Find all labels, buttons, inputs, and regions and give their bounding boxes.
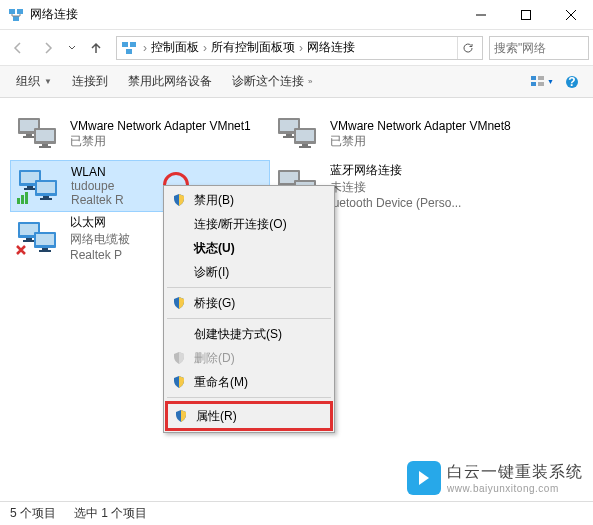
watermark-text: 白云一键重装系统 <box>447 462 583 483</box>
svg-rect-14 <box>23 136 35 138</box>
shield-icon <box>172 296 186 310</box>
network-adapter-icon <box>14 114 62 154</box>
item-device: luetooth Device (Perso... <box>330 196 461 210</box>
svg-rect-3 <box>521 10 530 19</box>
forward-button[interactable] <box>34 34 62 62</box>
breadcrumb-sep: › <box>299 41 303 55</box>
status-count: 5 个项目 <box>10 505 56 522</box>
shield-icon <box>174 409 188 423</box>
shield-icon <box>172 375 186 389</box>
view-dropdown[interactable]: ▼ <box>529 70 555 94</box>
menu-separator <box>167 318 331 319</box>
menu-delete[interactable]: 删除(D) <box>166 346 332 370</box>
menu-properties[interactable]: 属性(R) <box>168 404 330 428</box>
annotation-box: 属性(R) <box>165 401 333 431</box>
wlan-icon <box>15 166 63 206</box>
shield-icon <box>172 193 186 207</box>
context-menu: 禁用(B) 连接/断开连接(O) 状态(U) 诊断(I) 桥接(G) 创建快捷方… <box>163 185 335 433</box>
search-input[interactable] <box>494 41 584 55</box>
svg-rect-49 <box>23 240 35 242</box>
svg-rect-53 <box>39 250 51 252</box>
watermark: 白云一键重装系统 www.baiyunxitong.com <box>407 461 583 495</box>
item-name: VMware Network Adapter VMnet1 <box>70 119 251 133</box>
shield-icon <box>172 351 186 365</box>
location-icon <box>121 40 137 56</box>
navbar: › 控制面板 › 所有控制面板项 › 网络连接 <box>0 30 593 66</box>
toolbar: 组织▼ 连接到 禁用此网络设备 诊断这个连接» ▼ ? <box>0 66 593 98</box>
back-button[interactable] <box>4 34 32 62</box>
list-item[interactable]: VMware Network Adapter VMnet8 已禁用 <box>270 108 530 160</box>
address-bar[interactable]: › 控制面板 › 所有控制面板项 › 网络连接 <box>116 36 483 60</box>
up-button[interactable] <box>82 34 110 62</box>
menu-diagnose[interactable]: 诊断(I) <box>166 260 332 284</box>
item-device: Realtek P <box>70 248 130 262</box>
watermark-url: www.baiyunxitong.com <box>447 483 583 494</box>
item-name: VMware Network Adapter VMnet8 <box>330 119 511 133</box>
search-box[interactable] <box>489 36 589 60</box>
svg-rect-25 <box>302 144 308 146</box>
svg-rect-30 <box>24 188 36 190</box>
menu-connect-disconnect[interactable]: 连接/断开连接(O) <box>166 212 332 236</box>
network-adapter-icon <box>274 114 322 154</box>
svg-rect-1 <box>17 9 23 14</box>
svg-rect-48 <box>26 238 32 240</box>
breadcrumb-seg[interactable]: 所有控制面板项 <box>211 39 295 56</box>
status-selected: 选中 1 个项目 <box>74 505 147 522</box>
window-title: 网络连接 <box>30 6 458 23</box>
item-status: 已禁用 <box>330 133 511 150</box>
svg-rect-2 <box>13 16 19 21</box>
close-button[interactable] <box>548 0 593 29</box>
svg-rect-13 <box>26 134 32 136</box>
menu-separator <box>167 397 331 398</box>
svg-rect-6 <box>126 49 132 54</box>
svg-rect-16 <box>36 130 54 141</box>
diagnose-button[interactable]: 诊断这个连接» <box>224 70 320 93</box>
menu-disable[interactable]: 禁用(B) <box>166 188 332 212</box>
svg-rect-24 <box>296 130 314 141</box>
item-name: 蓝牙网络连接 <box>330 162 461 179</box>
disable-device-button[interactable]: 禁用此网络设备 <box>120 70 220 93</box>
ethernet-icon <box>14 218 62 258</box>
svg-rect-22 <box>283 136 295 138</box>
breadcrumb-sep: › <box>203 41 207 55</box>
svg-rect-36 <box>21 195 24 204</box>
menu-shortcut[interactable]: 创建快捷方式(S) <box>166 322 332 346</box>
item-status: 未连接 <box>330 179 461 196</box>
app-icon <box>8 7 24 23</box>
svg-rect-32 <box>37 182 55 193</box>
svg-rect-7 <box>531 76 536 80</box>
status-bar: 5 个项目 选中 1 个项目 <box>0 501 593 525</box>
titlebar: 网络连接 <box>0 0 593 30</box>
svg-rect-8 <box>531 82 536 86</box>
item-name: 以太网 <box>70 214 130 231</box>
svg-rect-5 <box>130 42 136 47</box>
item-status: 已禁用 <box>70 133 251 150</box>
maximize-button[interactable] <box>503 0 548 29</box>
svg-rect-34 <box>40 198 52 200</box>
menu-rename[interactable]: 重命名(M) <box>166 370 332 394</box>
item-status: 网络电缆被 <box>70 231 130 248</box>
breadcrumb-sep: › <box>143 41 147 55</box>
menu-status[interactable]: 状态(U) <box>166 236 332 260</box>
menu-bridge[interactable]: 桥接(G) <box>166 291 332 315</box>
breadcrumb-seg[interactable]: 控制面板 <box>151 39 199 56</box>
list-item[interactable]: VMware Network Adapter VMnet1 已禁用 <box>10 108 270 160</box>
item-status: tudoupe <box>71 179 124 193</box>
svg-rect-37 <box>25 192 28 204</box>
refresh-button[interactable] <box>457 37 478 59</box>
svg-rect-21 <box>286 134 292 136</box>
svg-rect-52 <box>42 248 48 250</box>
svg-rect-26 <box>299 146 311 148</box>
minimize-button[interactable] <box>458 0 503 29</box>
svg-rect-51 <box>36 234 54 245</box>
watermark-logo <box>407 461 441 495</box>
history-dropdown[interactable] <box>64 44 80 52</box>
breadcrumb-seg[interactable]: 网络连接 <box>307 39 355 56</box>
connect-to-button[interactable]: 连接到 <box>64 70 116 93</box>
item-device: Realtek R <box>71 193 124 207</box>
menu-separator <box>167 287 331 288</box>
help-button[interactable]: ? <box>559 70 585 94</box>
organize-button[interactable]: 组织▼ <box>8 70 60 93</box>
svg-rect-0 <box>9 9 15 14</box>
svg-text:?: ? <box>568 75 575 89</box>
